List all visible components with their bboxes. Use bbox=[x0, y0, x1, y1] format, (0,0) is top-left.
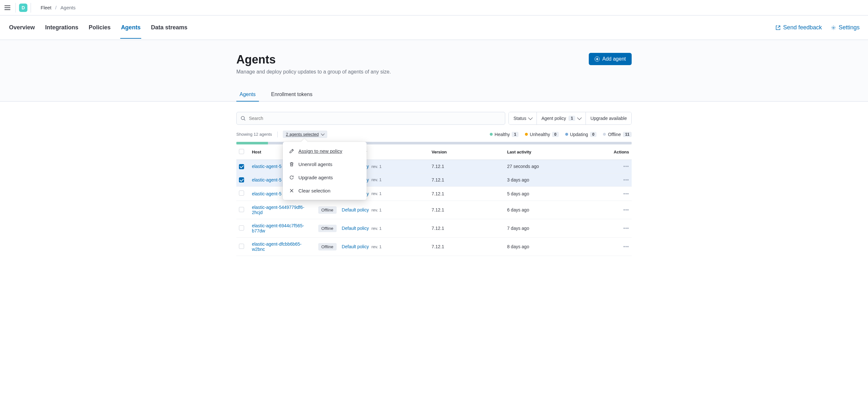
svg-point-1 bbox=[241, 116, 244, 120]
divider bbox=[16, 3, 16, 12]
col-header-activity[interactable]: Last activity bbox=[505, 145, 609, 160]
popover-clear-selection[interactable]: Clear selection bbox=[283, 184, 367, 197]
page-subtitle: Manage and deploy policy updates to a gr… bbox=[236, 69, 391, 75]
breadcrumb-sep: / bbox=[55, 5, 56, 10]
progress-segment-healthy bbox=[236, 142, 268, 145]
version-cell: 7.12.1 bbox=[429, 237, 505, 256]
row-actions-button[interactable]: ••• bbox=[623, 191, 629, 196]
table-row: elastic-agent-dfcbb6b65-w2bncOfflineDefa… bbox=[236, 237, 632, 256]
send-feedback-link[interactable]: Send feedback bbox=[775, 24, 822, 31]
col-header-actions: Actions bbox=[609, 145, 632, 160]
settings-link[interactable]: Settings bbox=[831, 24, 860, 31]
filter-upgrade-available[interactable]: Upgrade available bbox=[586, 112, 631, 124]
last-activity-cell: 27 seconds ago bbox=[505, 160, 609, 173]
nav-tabs: OverviewIntegrationsPoliciesAgentsData s… bbox=[8, 17, 188, 39]
status-badge: Offline bbox=[318, 225, 337, 232]
nav-toggle-button[interactable] bbox=[3, 3, 12, 12]
page-header-wrap: Agents Manage and deploy policy updates … bbox=[0, 40, 868, 101]
last-activity-cell: 6 days ago bbox=[505, 201, 609, 219]
nav-tab-integrations[interactable]: Integrations bbox=[44, 17, 79, 39]
divider bbox=[31, 3, 31, 12]
legend-unhealthy: Unhealthy 0 bbox=[525, 132, 559, 137]
col-header-version[interactable]: Version bbox=[429, 145, 505, 160]
filters-row: Status Agent policy 1 Upgrade available bbox=[236, 112, 632, 125]
host-link[interactable]: elastic-agent-6944c7f565-b77dw bbox=[252, 223, 313, 233]
policy-revision: rev. 1 bbox=[371, 191, 382, 196]
filter-status[interactable]: Status bbox=[509, 112, 536, 124]
version-cell: 7.12.1 bbox=[429, 201, 505, 219]
selection-dropdown[interactable]: 2 agents selected bbox=[283, 131, 327, 138]
popover-unenroll[interactable]: Unenroll agents bbox=[283, 158, 367, 171]
trash-icon bbox=[289, 162, 294, 167]
sub-tab-agents[interactable]: Agents bbox=[236, 88, 259, 101]
breadcrumb-current: Agents bbox=[61, 5, 76, 10]
policy-revision: rev. 1 bbox=[371, 244, 382, 249]
host-link[interactable]: elastic-agent-dfcbb6b65-w2bnc bbox=[252, 242, 313, 252]
table-row: elastic-agent-5449779df6-2hcjdOfflineDef… bbox=[236, 201, 632, 219]
host-link[interactable]: elastic-agent-5 bbox=[252, 164, 281, 169]
bulk-actions-popover: Assign to new policy Unenroll agents Upg… bbox=[283, 142, 367, 200]
row-checkbox[interactable] bbox=[239, 244, 244, 249]
filter-count-badge: 1 bbox=[568, 116, 575, 121]
nav-tab-overview[interactable]: Overview bbox=[8, 17, 35, 39]
showing-row: Showing 12 agents 2 agents selected Heal… bbox=[236, 131, 632, 138]
last-activity-cell: 7 days ago bbox=[505, 219, 609, 237]
policy-revision: rev. 1 bbox=[371, 208, 382, 213]
select-all-checkbox[interactable] bbox=[239, 149, 244, 154]
dot-icon bbox=[603, 133, 606, 136]
nav-right: Send feedback Settings bbox=[775, 24, 860, 31]
status-legend: Healthy 1 Unhealthy 0 Updating 0 Offline… bbox=[490, 132, 632, 137]
row-checkbox[interactable] bbox=[239, 177, 244, 183]
nav-tab-data-streams[interactable]: Data streams bbox=[150, 17, 188, 39]
row-actions-button[interactable]: ••• bbox=[623, 177, 629, 183]
search-field[interactable] bbox=[236, 112, 505, 125]
chevron-down-icon bbox=[321, 132, 324, 135]
main-nav: OverviewIntegrationsPoliciesAgentsData s… bbox=[0, 15, 868, 40]
breadcrumb: Fleet / Agents bbox=[41, 5, 75, 10]
policy-revision: rev. 1 bbox=[371, 164, 382, 169]
search-input[interactable] bbox=[249, 116, 501, 121]
policy-link[interactable]: Default policy bbox=[342, 207, 369, 213]
row-actions-button[interactable]: ••• bbox=[623, 244, 629, 249]
pencil-icon bbox=[289, 149, 294, 154]
dot-icon bbox=[490, 133, 493, 136]
svg-point-0 bbox=[833, 27, 834, 28]
version-cell: 7.12.1 bbox=[429, 219, 505, 237]
last-activity-cell: 5 days ago bbox=[505, 187, 609, 201]
row-actions-button[interactable]: ••• bbox=[623, 207, 629, 213]
search-icon bbox=[241, 116, 246, 121]
nav-tab-policies[interactable]: Policies bbox=[88, 17, 111, 39]
popover-upgrade[interactable]: Upgrade agents bbox=[283, 171, 367, 184]
content: Status Agent policy 1 Upgrade available … bbox=[236, 101, 632, 256]
host-link[interactable]: elastic-agent-5 bbox=[252, 191, 281, 196]
space-selector[interactable]: D bbox=[19, 4, 27, 12]
table-row: elastic-agent-6944c7f565-b77dwOfflineDef… bbox=[236, 219, 632, 237]
row-checkbox[interactable] bbox=[239, 164, 244, 169]
filter-agent-policy[interactable]: Agent policy 1 bbox=[536, 112, 586, 124]
sub-tab-enrollment-tokens[interactable]: Enrollment tokens bbox=[268, 88, 316, 101]
dot-icon bbox=[565, 133, 568, 136]
chevron-down-icon bbox=[577, 116, 582, 120]
chevron-down-icon bbox=[528, 116, 533, 120]
policy-link[interactable]: Default policy bbox=[342, 244, 369, 249]
legend-healthy: Healthy 1 bbox=[490, 132, 519, 137]
divider bbox=[277, 131, 278, 137]
close-icon bbox=[289, 188, 294, 193]
breadcrumb-root[interactable]: Fleet bbox=[41, 5, 51, 10]
row-checkbox[interactable] bbox=[239, 225, 244, 230]
host-link[interactable]: elastic-agent-5449779df6-2hcjd bbox=[252, 205, 313, 215]
row-actions-button[interactable]: ••• bbox=[623, 226, 629, 231]
row-actions-button[interactable]: ••• bbox=[623, 164, 629, 169]
nav-tab-agents[interactable]: Agents bbox=[120, 17, 141, 39]
policy-link[interactable]: Default policy bbox=[342, 226, 369, 231]
popover-assign-policy[interactable]: Assign to new policy bbox=[283, 145, 367, 158]
plus-circle-icon bbox=[595, 56, 600, 62]
row-checkbox[interactable] bbox=[239, 191, 244, 196]
popout-icon bbox=[775, 25, 781, 30]
filter-group: Status Agent policy 1 Upgrade available bbox=[508, 112, 632, 125]
host-link[interactable]: elastic-agent-5 bbox=[252, 177, 281, 183]
top-bar: D Fleet / Agents bbox=[0, 0, 868, 15]
row-checkbox[interactable] bbox=[239, 207, 244, 212]
add-agent-button[interactable]: Add agent bbox=[589, 53, 632, 65]
last-activity-cell: 3 days ago bbox=[505, 173, 609, 187]
